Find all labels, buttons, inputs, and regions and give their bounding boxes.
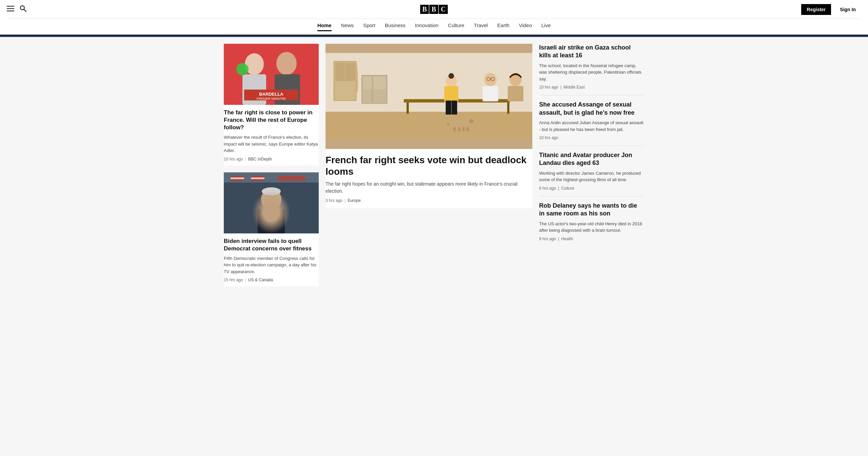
nav-item-news[interactable]: News	[341, 22, 354, 31]
svg-rect-32	[346, 63, 355, 81]
bardella-illustration: BARDELLA PREMIER MINISTRE	[224, 44, 319, 105]
left-article-2-title[interactable]: Biden interview fails to quell Democrat …	[224, 238, 319, 252]
nav-item-earth[interactable]: Earth	[497, 22, 510, 31]
svg-rect-24	[258, 209, 285, 233]
svg-rect-34	[407, 102, 409, 114]
svg-text:BARDELLA: BARDELLA	[259, 92, 283, 97]
left-article-1-title[interactable]: The far right is close to power in Franc…	[224, 109, 319, 131]
sep-r3: |	[558, 186, 559, 191]
main-article-meta: 3 hrs ago | Europe	[326, 198, 532, 203]
biden-image	[224, 172, 319, 233]
right-article-3-title[interactable]: Titanic and Avatar producer Jon Landau d…	[539, 151, 644, 167]
right-article-3-desc: Working with director James Cameron, he …	[539, 170, 644, 183]
left-article-1[interactable]: BBC INDEPTH BARDELLA	[224, 44, 319, 166]
left-article-2-tag[interactable]: US & Canada	[248, 278, 273, 282]
right-article-1-time: 10 hrs ago	[539, 85, 558, 90]
left-article-1-desc: Whatever the result of France's election…	[224, 134, 319, 154]
bbc-logo[interactable]: BBC	[420, 5, 448, 14]
left-article-2[interactable]: Biden interview fails to quell Democrat …	[224, 172, 319, 287]
svg-rect-0	[7, 6, 14, 7]
svg-rect-58	[372, 77, 373, 102]
svg-point-51	[469, 119, 474, 124]
right-article-4-title[interactable]: Rob Delaney says he wants to die in same…	[539, 202, 644, 218]
main-article-image	[326, 44, 532, 149]
right-article-2[interactable]: She accused Assange of sexual assault, b…	[539, 101, 644, 146]
left-article-1-tag[interactable]: BBC InDepth	[248, 157, 272, 162]
svg-rect-1	[7, 8, 14, 9]
svg-rect-21	[292, 176, 305, 181]
right-column: Israeli air strike on Gaza school kills …	[539, 44, 644, 293]
right-article-4-time: 9 hrs ago	[539, 236, 556, 241]
left-column: BBC INDEPTH BARDELLA	[224, 44, 319, 293]
main-article-desc: The far right hopes for an outright win,…	[326, 180, 532, 195]
nav-item-video[interactable]: Video	[519, 22, 532, 31]
svg-rect-28	[326, 109, 532, 140]
search-icon[interactable]	[20, 5, 26, 14]
main-article-time: 3 hrs ago	[326, 198, 342, 203]
right-article-4-tag[interactable]: Health	[561, 236, 573, 241]
svg-rect-35	[507, 102, 510, 114]
right-article-2-time: 10 hrs ago	[539, 135, 558, 140]
svg-rect-53	[458, 127, 461, 131]
svg-rect-48	[508, 86, 523, 101]
svg-rect-57	[363, 77, 386, 89]
svg-text:PREMIER MINISTRE: PREMIER MINISTRE	[257, 97, 286, 100]
menu-icon[interactable]	[7, 5, 14, 14]
svg-point-41	[449, 73, 454, 79]
svg-rect-31	[335, 63, 345, 81]
register-button[interactable]: Register	[801, 4, 831, 15]
sep-r4: |	[558, 236, 559, 241]
accent-bar	[0, 36, 868, 37]
right-article-1-title[interactable]: Israeli air strike on Gaza school kills …	[539, 44, 644, 60]
left-article-1-time: 10 hrs ago	[224, 157, 243, 162]
left-article-1-body: The far right is close to power in Franc…	[224, 105, 319, 166]
main-article[interactable]: French far right seeks vote win but dead…	[326, 44, 532, 208]
sep-r1: |	[560, 85, 561, 90]
right-article-1[interactable]: Israeli air strike on Gaza school kills …	[539, 44, 644, 95]
left-article-1-meta: 10 hrs ago | BBC InDepth	[224, 157, 319, 162]
right-article-4-desc: The US actor's two-year-old child Henry …	[539, 221, 644, 234]
voting-scene-illustration	[326, 44, 532, 149]
header-top: BBC Register Sign In	[7, 0, 861, 19]
left-article-2-time: 15 hrs ago	[224, 278, 243, 282]
main-content: BBC INDEPTH BARDELLA	[217, 44, 651, 293]
svg-rect-43	[482, 86, 498, 101]
left-article-2-body: Biden interview fails to quell Democrat …	[224, 233, 319, 287]
svg-rect-55	[467, 127, 469, 131]
right-article-3-meta: 6 hrs ago | Culture	[539, 186, 644, 191]
meta-sep-main: |	[344, 198, 346, 203]
right-article-4-meta: 9 hrs ago | Health	[539, 236, 644, 241]
right-article-2-title[interactable]: She accused Assange of sexual assault, b…	[539, 101, 644, 117]
nav-item-travel[interactable]: Travel	[474, 22, 488, 31]
signin-button[interactable]: Sign In	[834, 4, 861, 15]
main-article-tag[interactable]: Europe	[348, 198, 361, 203]
nav-item-live[interactable]: Live	[541, 22, 551, 31]
right-article-2-desc: Anna Ardin accused Julian Assange of sex…	[539, 119, 644, 133]
right-article-1-meta: 10 hrs ago | Middle East	[539, 85, 644, 90]
svg-rect-2	[7, 11, 14, 12]
svg-rect-40	[452, 100, 457, 114]
nav-item-innovation[interactable]: Innovation	[415, 22, 438, 31]
svg-point-23	[262, 187, 281, 195]
svg-rect-20	[278, 176, 292, 181]
nav-item-sport[interactable]: Sport	[363, 22, 375, 31]
right-article-2-meta: 10 hrs ago	[539, 135, 644, 140]
right-article-3-tag[interactable]: Culture	[561, 186, 574, 191]
left-article-2-desc: Fifth Democratic member of Congress call…	[224, 255, 319, 275]
nav-item-home[interactable]: Home	[317, 22, 332, 31]
bardella-image: BBC INDEPTH BARDELLA	[224, 44, 319, 105]
biden-illustration	[224, 172, 319, 233]
right-article-4[interactable]: Rob Delaney says he wants to die in same…	[539, 202, 644, 247]
header-left	[7, 5, 26, 14]
main-nav: Home News Sport Business Innovation Cult…	[7, 19, 861, 35]
right-article-1-tag[interactable]: Middle East	[564, 85, 585, 90]
header-right: Register Sign In	[801, 4, 861, 15]
nav-item-business[interactable]: Business	[385, 22, 406, 31]
right-article-3[interactable]: Titanic and Avatar producer Jon Landau d…	[539, 151, 644, 196]
meta-sep-2: |	[245, 278, 246, 282]
svg-rect-17	[231, 177, 244, 179]
svg-point-10	[236, 63, 249, 75]
nav-item-culture[interactable]: Culture	[448, 22, 464, 31]
main-article-body: French far right seeks vote win but dead…	[326, 149, 532, 208]
main-article-title[interactable]: French far right seeks vote win but dead…	[326, 154, 532, 177]
